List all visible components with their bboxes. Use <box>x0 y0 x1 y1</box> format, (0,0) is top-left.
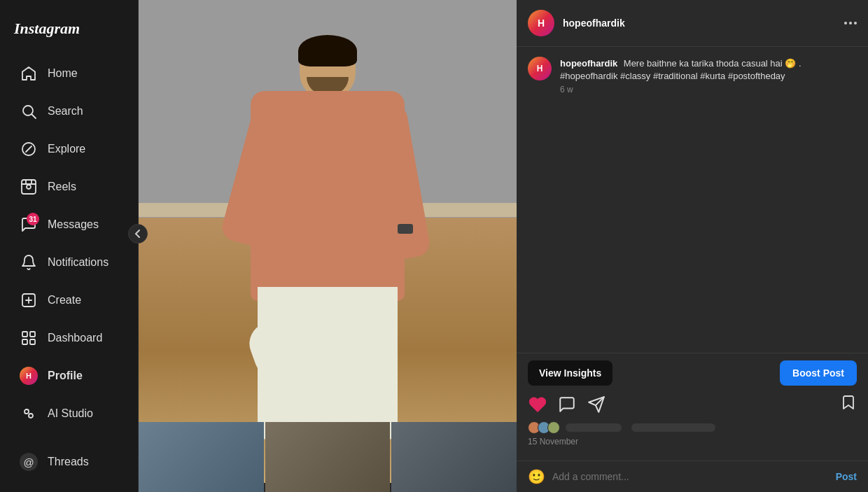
insights-boost-row: View Insights Boost Post <box>528 360 857 386</box>
view-insights-button[interactable]: View Insights <box>528 360 612 386</box>
sidebar-item-messages[interactable]: Messages 31 <box>6 207 132 242</box>
search-icon <box>20 102 38 120</box>
sidebar-label-messages: Messages <box>48 218 99 231</box>
sidebar-label-ai-studio: AI Studio <box>48 407 93 420</box>
post-header-avatar[interactable]: H <box>528 10 554 36</box>
caption-body: hopeofhardik Mere baithne ka tarika thod… <box>560 57 857 94</box>
svg-line-1 <box>32 115 36 119</box>
post-options-button[interactable] <box>844 22 857 24</box>
comment-input[interactable] <box>552 471 829 482</box>
thumbnail-1[interactable] <box>139 422 264 492</box>
sidebar-item-profile[interactable]: H Profile <box>6 358 132 393</box>
main-content: H hopeofhardik H hopeofhardik Mere baith… <box>139 0 868 492</box>
home-icon <box>20 64 38 83</box>
ai-studio-icon <box>20 405 38 423</box>
dot-3 <box>854 22 857 24</box>
sidebar-label-reels: Reels <box>48 181 76 193</box>
svg-point-16 <box>24 409 29 414</box>
emoji-picker-button[interactable]: 🙂 <box>528 468 545 485</box>
sidebar-label-dashboard: Dashboard <box>48 332 102 344</box>
reels-icon <box>20 178 38 196</box>
sidebar-label-explore: Explore <box>48 143 85 155</box>
caption-time: 6 w <box>560 85 857 94</box>
sidebar-label-home: Home <box>48 67 78 80</box>
svg-rect-4 <box>22 180 36 194</box>
svg-rect-12 <box>22 332 27 337</box>
threads-icon: @ <box>20 453 38 471</box>
sidebar-label-search: Search <box>48 105 83 118</box>
like-avatars <box>528 421 560 434</box>
sidebar-item-explore[interactable]: Explore <box>6 132 132 167</box>
post-comments-section: H hopeofhardik Mere baithne ka tarika th… <box>517 47 868 353</box>
right-panel: H hopeofhardik H hopeofhardik Mere baith… <box>517 0 868 492</box>
sidebar-label-threads: Threads <box>48 456 89 468</box>
svg-point-5 <box>27 185 31 189</box>
post-image-area <box>139 0 517 492</box>
add-comment-row: 🙂 Post <box>517 461 868 492</box>
sidebar-item-notifications[interactable]: Notifications <box>6 245 132 280</box>
thumbnail-2[interactable] <box>265 422 391 492</box>
dashboard-icon <box>20 329 38 347</box>
caption-username[interactable]: hopeofhardik <box>560 58 617 69</box>
sidebar-label-notifications: Notifications <box>48 256 108 269</box>
thumbnail-3[interactable] <box>391 422 517 492</box>
post-header-username[interactable]: hopeofhardik <box>563 17 625 29</box>
explore-icon <box>20 140 38 158</box>
boost-post-button[interactable]: Boost Post <box>780 360 857 386</box>
sidebar-collapse-button[interactable] <box>128 224 148 244</box>
caption-avatar[interactable]: H <box>528 57 552 80</box>
sidebar-item-dashboard[interactable]: Dashboard <box>6 321 132 356</box>
sidebar: Instagram Home Search Explore Reels Mess… <box>0 0 139 492</box>
sidebar-item-ai-studio[interactable]: AI Studio <box>6 396 132 431</box>
sidebar-item-reels[interactable]: Reels <box>6 169 132 204</box>
sidebar-item-search[interactable]: Search <box>6 94 132 129</box>
sidebar-item-home[interactable]: Home <box>6 56 132 91</box>
sidebar-label-create: Create <box>48 294 81 307</box>
app-logo: Instagram <box>0 11 138 55</box>
svg-rect-13 <box>30 332 35 337</box>
like-button[interactable] <box>528 395 547 414</box>
likes-names-placeholder <box>631 423 715 432</box>
sidebar-label-profile: Profile <box>48 370 83 382</box>
messages-badge: 31 <box>27 213 39 225</box>
caption-item: H hopeofhardik Mere baithne ka tarika th… <box>528 57 857 94</box>
svg-marker-3 <box>26 146 31 152</box>
sidebar-item-threads[interactable]: @ Threads <box>6 444 132 479</box>
svg-point-17 <box>29 414 33 418</box>
sidebar-item-create[interactable]: Create <box>6 283 132 318</box>
action-icons-row <box>528 394 857 414</box>
post-comment-button[interactable]: Post <box>836 471 857 482</box>
comment-button[interactable] <box>557 395 577 414</box>
save-button[interactable] <box>840 394 857 414</box>
create-icon <box>20 291 38 309</box>
svg-rect-15 <box>30 339 35 344</box>
thumbnail-strip <box>139 422 517 492</box>
share-button[interactable] <box>587 395 606 414</box>
post-actions-area: View Insights Boost Post <box>517 353 868 461</box>
post-date: 15 November <box>528 437 857 447</box>
notifications-icon <box>20 253 38 272</box>
like-avatar-3 <box>547 421 560 434</box>
profile-avatar-icon: H <box>20 367 38 385</box>
svg-rect-14 <box>22 339 27 344</box>
person-figure <box>230 35 426 441</box>
dot-1 <box>844 22 847 24</box>
likes-row <box>528 421 857 434</box>
dot-2 <box>849 22 852 24</box>
post-header: H hopeofhardik <box>517 0 868 47</box>
post-main-image <box>139 0 517 483</box>
likes-count-placeholder <box>566 423 622 432</box>
